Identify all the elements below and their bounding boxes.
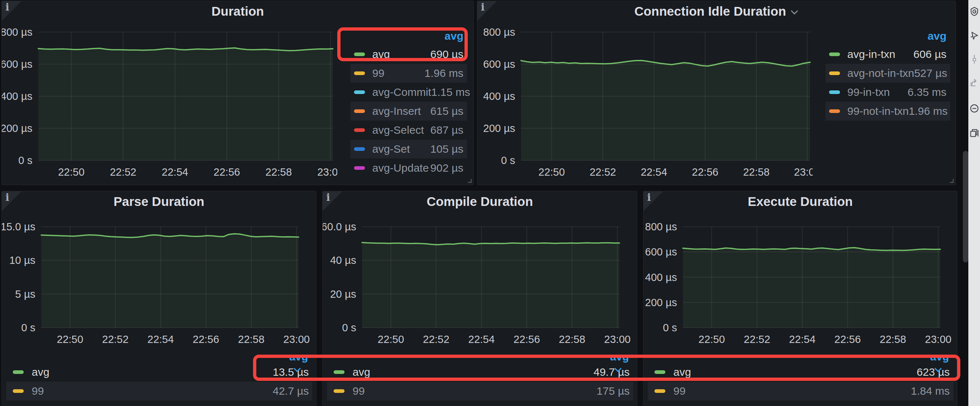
series-color-swatch [334, 389, 345, 393]
minus-circle-icon[interactable] [969, 103, 979, 113]
y-axis-tick-label: 800 µs [2, 26, 32, 38]
legend-label: avg-in-txn [847, 48, 896, 60]
y-axis-tick-label: 400 µs [483, 90, 515, 102]
y-axis-tick-label: 0 s [21, 322, 35, 333]
y-axis-tick-label: 800 µs [483, 26, 515, 38]
timeseries-chart-parse[interactable]: 15.0 µs10 µs5 µs0 s22:5022:5222:5422:562… [2, 191, 317, 348]
panel-title-connection-idle[interactable]: Connection Idle Duration [477, 4, 956, 19]
x-axis-tick-label: 22:54 [468, 333, 495, 345]
series-color-swatch [829, 52, 840, 56]
timeseries-chart-execute[interactable]: 800 µs600 µs400 µs200 µs0 s22:5022:5222:… [643, 191, 958, 348]
legend-row-avg-Insert[interactable]: avg-Insert615 µs [350, 102, 467, 121]
y-axis-tick-label: 400 µs [2, 90, 32, 102]
shield-logo-icon[interactable] [969, 6, 979, 16]
legend-value: 6.35 ms [907, 86, 950, 98]
info-icon[interactable]: i [481, 2, 485, 13]
panel-title-text: Execute Duration [748, 194, 853, 209]
share-arrow-icon[interactable] [969, 77, 979, 87]
x-axis-tick-label: 22:54 [789, 333, 816, 345]
info-icon[interactable]: i [5, 192, 9, 203]
x-axis-tick-label: 22:50 [378, 333, 404, 345]
legend-value: 615 µs [430, 105, 467, 117]
panel-resize-handle[interactable] [468, 179, 472, 183]
browser-side-toolbar [968, 0, 980, 406]
y-axis-tick-label: 200 µs [483, 122, 515, 134]
series-area-fill [521, 60, 810, 160]
x-axis-tick-label: 23:00 [604, 333, 631, 345]
slider-pin-icon[interactable] [969, 54, 979, 64]
x-axis-tick-label: 22:52 [590, 166, 616, 178]
x-axis-tick-label: 22:58 [238, 333, 265, 345]
legend-row-avg-not-in-txn[interactable]: avg-not-in-txn527 µs [826, 64, 950, 83]
legend-value: 1.84 ms [911, 385, 953, 397]
legend-label: avg-not-in-txn [847, 67, 914, 79]
legend-label: avg-Commit [372, 86, 431, 98]
panel-title-text: Compile Duration [426, 194, 533, 209]
panel-info-corner [2, 191, 22, 211]
legend-row-avg-Commit[interactable]: avg-Commit1.15 ms [350, 83, 467, 102]
series-area-fill [38, 48, 333, 160]
panel-title-compile[interactable]: Compile Duration [323, 194, 637, 209]
x-axis-tick-label: 22:58 [266, 166, 292, 178]
panel-title-duration[interactable]: Duration [2, 4, 474, 19]
x-axis-tick-label: 23:00 [794, 166, 813, 178]
legend-value: 527 µs [914, 67, 951, 79]
info-icon[interactable]: i [326, 192, 330, 203]
y-axis-tick-label: 0 s [663, 322, 677, 333]
y-axis-tick-label: 600 µs [2, 58, 32, 70]
y-axis-tick-label: 0 s [18, 154, 32, 166]
x-axis-tick-label: 23:00 [317, 166, 337, 178]
cursor-icon[interactable] [969, 31, 979, 41]
panel-info-corner [643, 191, 663, 211]
legend-row-99[interactable]: 991.84 ms [648, 382, 953, 401]
legend-row-99[interactable]: 991.96 ms [350, 64, 467, 83]
y-axis-tick-label: 600 µs [483, 58, 515, 70]
info-icon[interactable]: i [5, 2, 9, 13]
y-axis-tick-label: 200 µs [645, 297, 677, 308]
legend-row-avg-Update[interactable]: avg-Update902 µs [350, 159, 467, 178]
panel-connection-idle-duration: i Connection Idle Duration 800 µs600 µs4… [477, 1, 956, 185]
annotation-box-duration-avg [337, 27, 468, 61]
series-color-swatch [354, 147, 365, 151]
legend-row-avg-in-txn[interactable]: avg-in-txn606 µs [826, 45, 950, 64]
x-axis-tick-label: 22:58 [743, 166, 770, 178]
panel-title-text: Connection Idle Duration [635, 4, 786, 19]
series-area-fill [683, 248, 940, 328]
timeseries-chart-duration[interactable]: 800 µs600 µs400 µs200 µs0 s22:5022:5222:… [2, 1, 337, 183]
series-color-swatch [354, 90, 365, 94]
legend-value: 1.96 ms [908, 105, 951, 117]
annotation-box-bottom-avg-row [253, 355, 960, 381]
legend-label: avg-Select [372, 124, 424, 136]
timeseries-chart-connection-idle[interactable]: 800 µs600 µs400 µs200 µs0 s22:5022:5222:… [477, 1, 813, 183]
y-axis-tick-label: 20 µs [330, 288, 356, 300]
panel-resize-handle[interactable] [950, 179, 954, 183]
scrollbar-thumb[interactable] [963, 151, 968, 262]
panel-title-execute[interactable]: Execute Duration [643, 194, 957, 209]
x-axis-tick-label: 22:52 [423, 333, 450, 345]
info-icon[interactable]: i [647, 192, 651, 203]
legend-sort-header[interactable]: avg [826, 27, 950, 45]
legend-row-avg-Select[interactable]: avg-Select687 µs [350, 121, 467, 140]
timeseries-chart-compile[interactable]: 60.0 µs40 µs20 µs0 s22:5022:5222:5422:56… [323, 191, 637, 348]
panel-title-parse[interactable]: Parse Duration [2, 194, 316, 209]
series-area-fill [41, 234, 299, 328]
series-color-swatch [354, 109, 365, 113]
copy-stack-icon[interactable] [969, 128, 979, 138]
legend-row-99[interactable]: 9942.7 µs [6, 382, 312, 401]
legend-value: 1.15 ms [431, 86, 474, 98]
legend-row-99[interactable]: 99175 µs [327, 382, 633, 401]
legend-value: 1.96 ms [425, 67, 467, 79]
legend-label: 99 [673, 385, 686, 397]
x-axis-tick-label: 22:58 [880, 333, 906, 345]
x-axis-tick-label: 22:54 [147, 333, 174, 345]
series-color-swatch [829, 90, 840, 94]
legend-row-avg-Set[interactable]: avg-Set105 µs [350, 140, 467, 159]
y-axis-tick-label: 60.0 µs [323, 221, 356, 233]
legend-connection-idle: avgavg-in-txn606 µsavg-not-in-txn527 µs9… [826, 27, 950, 121]
x-axis-tick-label: 22:54 [641, 166, 667, 178]
legend-row-99-in-txn[interactable]: 99-in-txn6.35 ms [826, 83, 950, 102]
x-axis-tick-label: 22:56 [835, 333, 861, 345]
legend-row-99-not-in-txn[interactable]: 99-not-in-txn1.96 ms [826, 102, 950, 121]
x-axis-tick-label: 23:00 [283, 333, 310, 345]
series-color-swatch [829, 71, 840, 75]
